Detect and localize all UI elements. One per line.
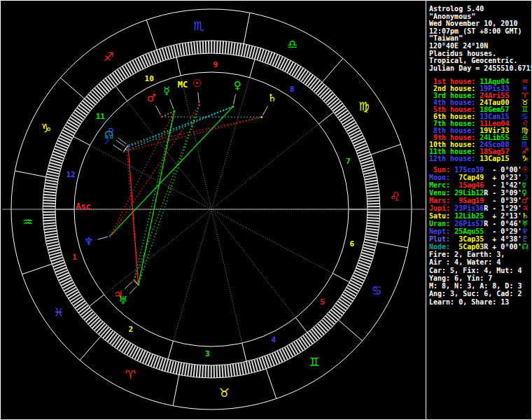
- house-number-12: 12: [66, 170, 75, 179]
- planet-label: Moon:: [429, 174, 450, 181]
- house-cusp-divider: [318, 112, 333, 124]
- degree-tick: [244, 44, 247, 57]
- degree-tick: [301, 337, 308, 348]
- degree-tick: [194, 41, 195, 54]
- degree-tick: [44, 228, 57, 230]
- degree-tick: [43, 200, 55, 201]
- degree-tick: [365, 237, 378, 239]
- degree-tick: [241, 43, 244, 56]
- planet-pointer-line: [113, 145, 122, 150]
- degree-tick: [301, 71, 308, 82]
- house-number-6: 6: [350, 239, 355, 248]
- aspect-square-line: [110, 111, 174, 237]
- degree-tick: [365, 180, 378, 182]
- degree-tick: [364, 242, 377, 245]
- degree-tick: [368, 215, 380, 216]
- degree-tick: [44, 188, 57, 190]
- planet-position-value: 5Cap03: [450, 243, 484, 251]
- planet-pointer-line: [118, 138, 127, 144]
- degree-tick: [346, 125, 358, 132]
- house-number-10: 10: [145, 74, 154, 83]
- degree-tick: [43, 217, 55, 218]
- degree-tick: [206, 41, 206, 53]
- sign-boundary: [266, 369, 276, 399]
- planet-label: Plut:: [429, 235, 450, 243]
- degree-tick: [43, 195, 56, 196]
- planet-velocity: + 4°38': [488, 235, 522, 243]
- degree-tick: [217, 41, 218, 53]
- planet-label: Nept:: [429, 227, 450, 235]
- degree-tick: [120, 340, 127, 351]
- degree-tick: [367, 220, 379, 221]
- planet-degree-dot: [174, 110, 175, 111]
- degree-tick: [340, 113, 350, 120]
- degree-tick: [341, 297, 351, 304]
- degree-tick: [366, 189, 379, 190]
- house-number-3: 3: [205, 349, 210, 358]
- degree-tick: [203, 41, 204, 53]
- planet-velocity: - 3°09': [488, 189, 522, 197]
- degree-tick: [127, 344, 133, 356]
- house-number-2: 2: [128, 325, 133, 334]
- degree-tick: [246, 45, 249, 57]
- degree-tick: [368, 201, 380, 202]
- degree-tick: [122, 66, 130, 76]
- wheel-planet-venus: ♀: [234, 79, 241, 92]
- wheel-planet-neptune: ♆: [84, 235, 93, 248]
- degree-tick: [46, 174, 59, 177]
- degree-tick: [342, 295, 353, 302]
- stats-house-types: Ang: 3, Suc: 6, Cad: 2: [429, 290, 532, 298]
- julian-day: Julian Day = 2455510.6715: [429, 65, 532, 73]
- degree-tick: [341, 115, 351, 122]
- planet-row: Jupi: 23Pis36R - 1°29'♃: [429, 204, 532, 212]
- degree-tick: [366, 231, 379, 233]
- sign-boundary: [15, 171, 46, 177]
- planet-degree-dot: [232, 106, 234, 107]
- planet-velocity: - 0°29': [488, 227, 522, 235]
- planet-velocity: - 0°00': [488, 166, 522, 174]
- aspect-sextile-line: [124, 106, 233, 152]
- degree-tick: [239, 43, 241, 56]
- degree-tick: [176, 362, 179, 374]
- planet-position-value: 17Sco39: [450, 166, 484, 174]
- degree-tick: [125, 64, 131, 75]
- sign-glyph-aries: ♈: [125, 368, 136, 382]
- house-number-1: 1: [72, 253, 77, 262]
- degree-tick: [174, 361, 176, 374]
- degree-tick: [43, 225, 56, 227]
- planet-pointer-line: [198, 92, 200, 103]
- planet-row: Plut: 3Cap35 + 4°38'♇: [429, 235, 532, 243]
- degree-tick: [345, 122, 356, 129]
- degree-tick: [366, 228, 379, 230]
- degree-tick: [46, 180, 58, 182]
- stats-modes: Car: 5, Fix: 4, Mut: 4: [429, 267, 532, 274]
- planet-row: Uran: 26Pis57R - 0°46'♅: [429, 220, 532, 227]
- degree-tick: [246, 361, 249, 374]
- house-cusp-divider: [332, 273, 349, 282]
- stats-elements-1: Fire: 2, Earth: 3,: [429, 251, 532, 258]
- chart-coordinates: 120°40E 24°10N: [429, 43, 532, 50]
- degree-tick: [62, 282, 74, 288]
- sign-boundary: [60, 78, 84, 99]
- sign-glyph-libra: ♎: [287, 37, 298, 51]
- degree-tick: [179, 363, 181, 375]
- element-stats: Fire: 2, Earth: 3, Air : 4, Water: 4 Car…: [429, 251, 532, 306]
- house-cusp-divider: [74, 136, 90, 146]
- planet-row: Mars: 9Sag19 - 0°39'♂: [429, 197, 532, 204]
- house-cusp-line: [211, 124, 318, 209]
- degree-tick: [342, 118, 353, 125]
- degree-tick: [292, 65, 298, 76]
- house-cusp-divider: [89, 295, 104, 307]
- degree-tick: [43, 223, 56, 224]
- degree-tick: [205, 365, 206, 378]
- sign-glyph-scorpio: ♏: [193, 19, 204, 33]
- degree-tick: [241, 363, 243, 375]
- planet-position-value: 3Cap35: [450, 235, 484, 243]
- degree-tick: [217, 365, 218, 378]
- panel-divider: [426, 1, 426, 420]
- degree-tick: [294, 342, 301, 352]
- degree-tick: [225, 41, 227, 54]
- degree-tick: [190, 364, 192, 377]
- degree-tick: [227, 365, 229, 377]
- degree-tick: [188, 42, 190, 55]
